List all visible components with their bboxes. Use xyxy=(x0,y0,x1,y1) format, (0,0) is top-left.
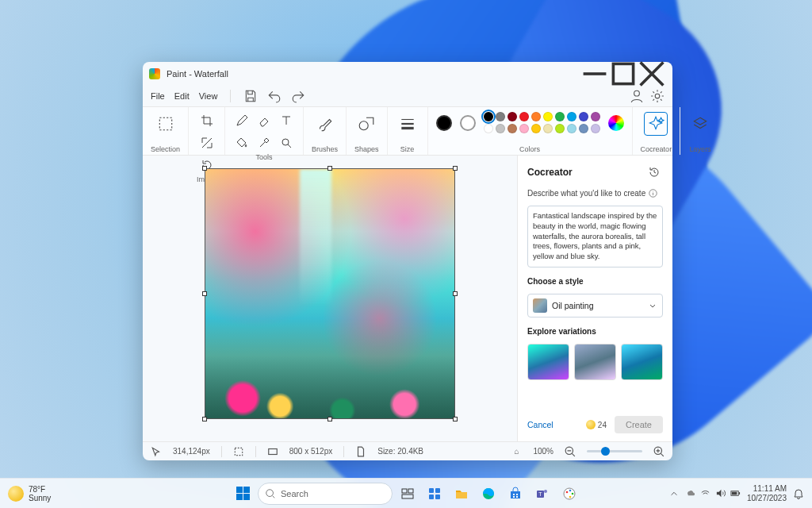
start-button[interactable] xyxy=(231,482,255,506)
color-swatch[interactable] xyxy=(591,124,600,133)
svg-rect-13 xyxy=(408,489,413,493)
taskbar: 78°F Sunny Search T 11:11 AM 10/27/2023 xyxy=(0,478,812,508)
taskbar-right: 11:11 AM 10/27/2023 xyxy=(669,484,812,502)
color-swatch[interactable] xyxy=(579,124,588,133)
color-swatch[interactable] xyxy=(567,124,576,133)
taskview-icon[interactable] xyxy=(396,482,419,506)
status-dimensions: 800 x 512px xyxy=(289,447,333,456)
color-swatch[interactable] xyxy=(567,112,576,121)
color-swatch[interactable] xyxy=(531,112,541,121)
variation-1[interactable] xyxy=(527,344,569,380)
create-button[interactable]: Create xyxy=(615,416,663,433)
save-icon[interactable] xyxy=(243,89,258,103)
notifications-icon[interactable] xyxy=(793,488,804,499)
svg-point-2 xyxy=(655,94,660,98)
close-button[interactable] xyxy=(638,62,666,86)
canvas-viewport[interactable] xyxy=(143,156,517,441)
variation-3[interactable] xyxy=(621,344,663,380)
text-icon[interactable] xyxy=(278,112,295,129)
history-icon[interactable] xyxy=(645,164,663,181)
redo-icon[interactable] xyxy=(291,89,305,103)
color-swatch[interactable] xyxy=(555,112,565,121)
prompt-textarea[interactable]: Fantastical landscape inspired by the be… xyxy=(527,206,663,267)
battery-icon[interactable] xyxy=(730,488,741,498)
color-swatch[interactable] xyxy=(484,112,493,121)
svg-rect-16 xyxy=(435,488,440,493)
ribbon-colors: Colors xyxy=(428,107,633,155)
shapes-icon[interactable] xyxy=(354,112,378,136)
svg-point-26 xyxy=(572,492,574,495)
select-rect-icon[interactable] xyxy=(154,112,178,136)
paint-taskbar-icon[interactable] xyxy=(557,482,581,506)
zoom-in-icon[interactable] xyxy=(653,446,665,457)
onedrive-icon[interactable] xyxy=(685,488,695,498)
maximize-button[interactable] xyxy=(609,62,638,86)
menu-edit[interactable]: Edit xyxy=(174,91,190,101)
picker-icon[interactable] xyxy=(255,134,273,152)
wifi-icon[interactable] xyxy=(700,488,710,498)
pencil-icon[interactable] xyxy=(233,112,251,129)
menubar: File Edit View xyxy=(143,86,672,106)
color-swatch[interactable] xyxy=(555,124,565,133)
minimize-button[interactable] xyxy=(580,62,609,86)
ribbon-layers: Layers xyxy=(680,107,720,155)
variations-row xyxy=(527,344,663,380)
color-swatch[interactable] xyxy=(496,124,505,133)
explorer-icon[interactable] xyxy=(450,482,473,506)
color-swatch[interactable] xyxy=(591,112,600,121)
magnifier-icon[interactable] xyxy=(278,134,295,152)
window-title: Paint - Waterfall xyxy=(167,69,228,79)
menu-file[interactable]: File xyxy=(151,91,165,101)
taskbar-search[interactable]: Search xyxy=(258,483,393,505)
chevron-down-icon xyxy=(648,301,657,310)
svg-rect-29 xyxy=(739,492,740,495)
accessibility-icon[interactable]: ⌂ xyxy=(511,446,522,457)
color1-swatch[interactable] xyxy=(436,115,452,131)
edge-icon[interactable] xyxy=(477,482,500,506)
fill-icon[interactable] xyxy=(233,134,251,152)
resize-icon[interactable] xyxy=(198,134,216,152)
statusbar: 314,124px 800 x 512px Size: 20.4KB ⌂ 100… xyxy=(143,441,672,460)
color-swatch[interactable] xyxy=(508,124,517,133)
account-icon[interactable] xyxy=(630,89,644,103)
svg-point-1 xyxy=(634,90,640,96)
style-select[interactable]: Oil painting xyxy=(527,294,663,318)
brush-icon[interactable] xyxy=(313,112,337,136)
cocreator-icon[interactable] xyxy=(644,112,668,136)
color-swatch[interactable] xyxy=(484,124,493,133)
widgets-icon[interactable] xyxy=(423,482,446,506)
info-icon[interactable] xyxy=(649,189,657,198)
color-swatch[interactable] xyxy=(519,124,529,133)
menu-view[interactable]: View xyxy=(199,91,218,101)
status-size: Size: 20.4KB xyxy=(377,447,423,456)
chevron-up-icon[interactable] xyxy=(669,489,679,498)
store-icon[interactable] xyxy=(504,482,527,506)
edit-colors-icon[interactable] xyxy=(608,115,624,131)
volume-icon[interactable] xyxy=(715,488,726,498)
undo-icon[interactable] xyxy=(267,89,282,103)
status-cursor: 314,124px xyxy=(173,447,210,456)
eraser-icon[interactable] xyxy=(255,112,273,129)
color2-swatch[interactable] xyxy=(460,115,476,131)
zoom-out-icon[interactable] xyxy=(565,446,576,457)
color-swatch[interactable] xyxy=(579,112,588,121)
artwork-image xyxy=(205,169,454,418)
variation-2[interactable] xyxy=(574,344,616,380)
taskbar-weather[interactable]: 78°F Sunny xyxy=(0,485,51,502)
taskbar-clock[interactable]: 11:11 AM 10/27/2023 xyxy=(747,484,787,502)
cancel-link[interactable]: Cancel xyxy=(527,420,553,429)
color-swatch[interactable] xyxy=(496,112,505,121)
color-swatch[interactable] xyxy=(508,112,517,121)
svg-point-22 xyxy=(544,490,547,493)
layers-icon[interactable] xyxy=(688,112,712,136)
size-icon[interactable] xyxy=(396,112,419,136)
canvas-frame[interactable] xyxy=(205,168,455,419)
color-swatch[interactable] xyxy=(543,124,553,133)
teams-icon[interactable]: T xyxy=(530,482,554,506)
color-swatch[interactable] xyxy=(531,124,541,133)
settings-gear-icon[interactable] xyxy=(650,89,665,103)
color-swatch[interactable] xyxy=(543,112,553,121)
zoom-slider[interactable] xyxy=(587,450,642,452)
crop-icon[interactable] xyxy=(198,112,216,129)
color-swatch[interactable] xyxy=(519,112,529,121)
